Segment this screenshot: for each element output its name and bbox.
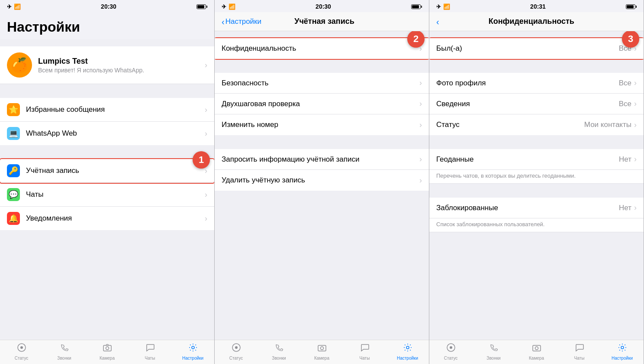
whatsappweb-chevron: ›: [205, 129, 207, 138]
blocked-chevron: ›: [634, 203, 637, 212]
profile-row[interactable]: 🍊 Lumpics Test Всем привет! Я использую …: [0, 46, 214, 84]
account-row[interactable]: 🔑 Учётная запись › 1: [0, 159, 214, 183]
camera-tab-icon-2: [317, 343, 327, 355]
status-right-2: [411, 4, 422, 9]
changenumber-row[interactable]: Изменить номер ›: [215, 114, 429, 135]
status-tab-icon-2: [232, 343, 241, 355]
twostep-row[interactable]: Двухшаговая проверка ›: [215, 94, 429, 114]
back-label-2: Настройки: [225, 17, 261, 26]
chats-icon: 💬: [7, 188, 20, 201]
tab-bar-2: Статус Звонки Камера Чаты Настройки: [215, 340, 429, 364]
status-time-1: 20:30: [101, 3, 116, 10]
whatsappweb-row[interactable]: 💻 WhatsApp Web ›: [0, 122, 214, 145]
statusp-row[interactable]: Статус Мои контакты ›: [429, 114, 644, 135]
blocked-label: Заблокированные: [436, 204, 619, 212]
starred-row[interactable]: ⭐ Избранные сообщения ›: [0, 98, 214, 122]
tab-status-1[interactable]: Статус: [0, 340, 43, 363]
settings-scroll-2: Конфиденциальность › 2 Безопасность › Дв…: [215, 31, 429, 340]
back-chevron-3: ‹: [436, 17, 439, 26]
twostep-chevron: ›: [419, 99, 422, 108]
battery-1: [196, 4, 207, 9]
tab-bar-3: Статус Звонки Камера Чаты Настройки: [429, 340, 644, 364]
notifications-chevron: ›: [205, 214, 207, 223]
privacy-row[interactable]: Конфиденциальность ›: [215, 38, 429, 59]
tab-chats-1[interactable]: Чаты: [129, 340, 171, 363]
account-section-group: Безопасность › Двухшаговая проверка › Из…: [215, 73, 429, 135]
tab-status-2[interactable]: Статус: [215, 340, 258, 363]
tab-status-label-1: Статус: [15, 356, 29, 361]
tab-settings-label-1: Настройки: [182, 356, 203, 361]
tab-status-label-3: Статус: [444, 356, 458, 361]
status-left-3: ✈ 📶: [436, 3, 450, 10]
status-bar-3: ✈ 📶 20:31: [429, 0, 644, 12]
tab-settings-label-3: Настройки: [612, 356, 633, 361]
svg-point-3: [106, 347, 109, 350]
tab-chats-3[interactable]: Чаты: [558, 340, 601, 363]
requestinfo-row[interactable]: Запросить информацию учётной записи ›: [215, 149, 429, 170]
account-label: Учётная запись: [26, 166, 205, 175]
geodata-label: Геоданные: [436, 155, 619, 164]
security-row[interactable]: Безопасность ›: [215, 73, 429, 94]
changenumber-chevron: ›: [419, 120, 422, 130]
notifications-row[interactable]: 🔔 Уведомления ›: [0, 207, 214, 230]
status-left-1: ✈ 📶: [7, 3, 21, 10]
notifications-label: Уведомления: [26, 214, 205, 223]
tab-status-3[interactable]: Статус: [429, 340, 472, 363]
tab-camera-3[interactable]: Камера: [515, 340, 558, 363]
tab-camera-label-3: Камера: [529, 356, 544, 361]
section-group-1: ⭐ Избранные сообщения › 💻 WhatsApp Web ›: [0, 98, 214, 145]
chats-row[interactable]: 💬 Чаты ›: [0, 183, 214, 207]
chats-label: Чаты: [26, 190, 205, 199]
statusp-chevron: ›: [634, 120, 637, 130]
avatar: 🍊: [7, 52, 32, 78]
starred-label: Избранные сообщения: [26, 105, 205, 114]
tab-settings-label-2: Настройки: [397, 356, 418, 361]
svg-rect-7: [318, 345, 326, 351]
wifi-icon-2: 📶: [229, 3, 235, 10]
page-title-2: Учётная запись: [261, 17, 387, 26]
tab-chats-2[interactable]: Чаты: [343, 340, 386, 363]
whatsappweb-label: WhatsApp Web: [26, 129, 205, 138]
status-bar-2: ✈ 📶 20:30: [215, 0, 429, 12]
photo-chevron: ›: [634, 78, 637, 88]
blocked-desc: Список заблокированных пользователей.: [429, 218, 644, 232]
tab-calls-2[interactable]: Звонки: [258, 340, 300, 363]
geodata-row[interactable]: Геоданные Нет ›: [429, 149, 644, 170]
info-value: Все: [619, 100, 631, 108]
back-chevron-2: ‹: [222, 17, 225, 26]
geodata-section-group: Геоданные Нет › Перечень чатов, в которы…: [429, 149, 644, 184]
blocked-value: Нет: [619, 204, 631, 212]
profile-info: Lumpics Test Всем привет! Я использую Wh…: [38, 57, 205, 74]
lastseen-row[interactable]: Был(-а) Все ›: [429, 38, 644, 59]
tab-calls-label-1: Звонки: [57, 356, 71, 361]
tab-calls-1[interactable]: Звонки: [43, 340, 86, 363]
tab-camera-label-2: Камера: [314, 356, 329, 361]
tab-settings-1[interactable]: Настройки: [171, 340, 214, 363]
starred-icon: ⭐: [7, 103, 20, 116]
back-button-2[interactable]: ‹ Настройки: [222, 17, 261, 26]
tab-camera-2[interactable]: Камера: [300, 340, 343, 363]
airplane-icon-2: ✈: [222, 3, 226, 10]
camera-tab-icon: [103, 343, 112, 355]
calls-tab-icon-2: [274, 343, 284, 355]
deleteaccount-label: Удалить учётную запись: [222, 176, 419, 185]
back-button-3[interactable]: ‹: [436, 17, 439, 26]
tab-calls-3[interactable]: Звонки: [472, 340, 515, 363]
tab-settings-2[interactable]: Настройки: [386, 340, 429, 363]
airplane-icon: ✈: [7, 3, 12, 10]
svg-point-14: [621, 346, 624, 349]
settings-tab-icon-3: [618, 343, 627, 355]
blocked-row[interactable]: Заблокированные Нет ›: [429, 198, 644, 218]
tab-camera-label-1: Камера: [100, 356, 115, 361]
tab-camera-1[interactable]: Камера: [86, 340, 129, 363]
profile-section: 🍊 Lumpics Test Всем привет! Я использую …: [0, 46, 214, 84]
deleteaccount-row[interactable]: Удалить учётную запись ›: [215, 170, 429, 191]
airplane-icon-3: ✈: [436, 3, 441, 10]
photo-label: Фото профиля: [436, 79, 619, 88]
photo-row[interactable]: Фото профиля Все ›: [429, 73, 644, 94]
info-row[interactable]: Сведения Все ›: [429, 94, 644, 114]
privacy-section-group: Фото профиля Все › Сведения Все › Статус…: [429, 73, 644, 135]
battery-3: [626, 4, 637, 9]
tab-settings-3[interactable]: Настройки: [601, 340, 644, 363]
tab-bar-1: Статус Звонки Камера Чаты Настройки: [0, 340, 214, 364]
